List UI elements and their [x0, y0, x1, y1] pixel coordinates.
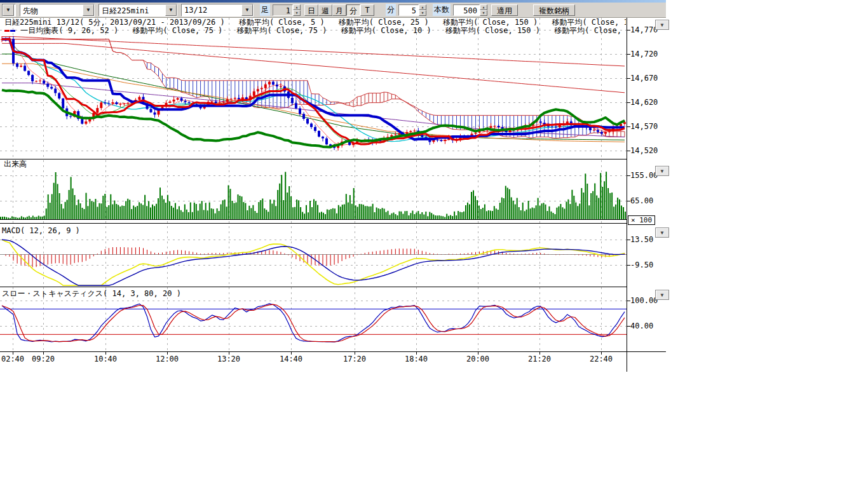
period-day-button[interactable]: 日 [304, 4, 318, 16]
legend-ma25: 移動平均( Close, 25 ) [339, 18, 429, 27]
main-toolbar: ▼ 先物 ▼ 日経225mini ▼ 13/12 ▼ 足 1 ▲▼ 日 週 月 … [0, 3, 666, 18]
chevron-down-icon: ▼ [661, 230, 664, 236]
volume-scale-dropdown[interactable]: ▼ [655, 166, 669, 176]
volume-axis-label: 65.00 [630, 197, 653, 205]
time-axis-label: 14:40 [277, 355, 305, 363]
chart-application-window: ▼ 先物 ▼ 日経225mini ▼ 13/12 ▼ 足 1 ▲▼ 日 週 月 … [0, 0, 666, 381]
ichimoku-tenkan-chip-icon [4, 30, 10, 32]
bar-count-stepper[interactable]: 500 ▲▼ [453, 4, 487, 16]
macd-scale-dropdown[interactable]: ▼ [655, 227, 669, 238]
price-axis-label: 14,520 [630, 147, 658, 154]
market-select[interactable]: 先物 ▼ [20, 4, 95, 17]
volume-axis-label: 155.00 [630, 172, 658, 179]
minutes-stepper[interactable]: 5 ▲▼ [398, 4, 426, 16]
stoch-axis-label: 100.00 [630, 297, 658, 304]
stoch-pane-title: スロー・ストキャスティクス( 14, 3, 80, 20 ) [2, 290, 181, 298]
volume-pane-title: 出来高 [4, 160, 27, 168]
contract-select-value: 13/12 [182, 4, 241, 16]
legend-symbol: 日経225mini 13/12( 5分, 2013/09/21 - 2013/0… [4, 18, 225, 27]
price-scale-dropdown[interactable]: ▼ [655, 20, 669, 30]
price-axis-label: 14,620 [630, 98, 658, 106]
legend-ma5: 移動平均( Close, 5 ) [239, 18, 325, 27]
mini-dropdown[interactable]: ▼ [2, 4, 16, 17]
time-axis-label: 09:20 [29, 355, 57, 363]
volume-multiplier-badge: × 100 [628, 215, 655, 225]
legend-ma75b: 移動平均( Close, 75 ) [237, 27, 327, 35]
bar-count-value: 500 [453, 4, 480, 16]
legend-ichimoku: 一目均衡表( 9, 26, 52 ) [20, 27, 118, 35]
chevron-down-icon[interactable]: ▼ [3, 4, 14, 16]
chevron-down-icon: ▼ [661, 292, 664, 298]
macd-axis-label: -9.50 [630, 261, 653, 269]
period-week-button[interactable]: 週 [318, 4, 332, 16]
time-axis-label: 21:20 [526, 355, 553, 363]
market-select-value: 先物 [20, 4, 83, 16]
price-axis-label: 14,570 [630, 123, 658, 130]
symbol-select-value: 日経225mini [99, 4, 165, 16]
legend-row-1: 日経225mini 13/12( 5分, 2013/09/21 - 2013/0… [4, 18, 626, 27]
stoch-scale-dropdown[interactable]: ▼ [655, 290, 669, 300]
chevron-down-icon[interactable]: ▼ [83, 4, 94, 16]
time-axis-label: 22:40 [587, 355, 615, 363]
time-axis-label: 18:40 [402, 355, 430, 363]
price-axis-label: 14,670 [630, 74, 658, 82]
spin-up-icon[interactable]: ▲ [419, 4, 426, 10]
legend-ma150: 移動平均( Close, 150 ) [443, 18, 538, 27]
time-axis-label: 17:20 [341, 355, 369, 363]
price-axis-label: 14,770 [630, 26, 658, 34]
macd-pane-title: MACD( 12, 26, 9 ) [2, 227, 80, 235]
chevron-down-icon[interactable]: ▼ [241, 4, 253, 16]
bar-type-label: 足 [260, 4, 270, 16]
macd-axis-label: 13.50 [630, 236, 653, 243]
legend-ma20: 移動平均( Close, 20 ) [554, 27, 626, 35]
chevron-down-icon: ▼ [661, 168, 664, 174]
apply-button[interactable]: 適用 [491, 4, 518, 16]
legend-row-2: 一目均衡表( 9, 26, 52 ) 移動平均( Close, 75 ) 移動平… [4, 27, 626, 35]
legend-ma100: 移動平均( Close, 100 ) [552, 18, 626, 27]
bar-interval-value: 1 [273, 4, 293, 16]
ichimoku-kijun-chip-icon [10, 30, 15, 32]
minutes-label: 分 [386, 4, 396, 16]
chevron-down-icon[interactable]: ▼ [165, 4, 177, 16]
period-tick-button[interactable]: T [360, 4, 374, 16]
period-month-button[interactable]: 月 [332, 4, 346, 16]
symbol-select[interactable]: 日経225mini ▼ [98, 4, 177, 17]
minutes-value: 5 [398, 4, 419, 16]
chevron-down-icon: ▼ [661, 22, 664, 28]
chart-canvas[interactable] [0, 18, 666, 372]
bar-count-label: 本数 [433, 4, 451, 16]
time-axis-label: 02:40 [0, 355, 27, 363]
spin-down-icon[interactable]: ▼ [480, 10, 487, 16]
period-minute-button[interactable]: 分 [346, 4, 360, 16]
time-axis-label: 12:00 [153, 355, 181, 363]
legend-ma75a: 移動平均( Close, 75 ) [132, 27, 222, 35]
multi-symbol-button[interactable]: 複数銘柄 [533, 4, 575, 16]
price-axis-label: 14,720 [630, 50, 658, 58]
contract-select[interactable]: 13/12 ▼ [181, 4, 254, 17]
spin-up-icon[interactable]: ▲ [480, 4, 487, 10]
bar-interval-stepper[interactable]: 1 ▲▼ [273, 4, 301, 16]
legend-ma150b: 移動平均( Close, 150 ) [445, 27, 540, 35]
stoch-axis-label: 40.00 [630, 322, 653, 330]
spin-down-icon[interactable]: ▼ [293, 10, 301, 16]
time-axis-label: 13:20 [215, 355, 243, 363]
time-axis-label: 10:40 [92, 355, 119, 363]
legend-ma10: 移動平均( Close, 10 ) [341, 27, 431, 35]
spin-up-icon[interactable]: ▲ [293, 4, 301, 10]
spin-down-icon[interactable]: ▼ [419, 10, 426, 16]
time-axis-label: 20:00 [464, 355, 492, 363]
